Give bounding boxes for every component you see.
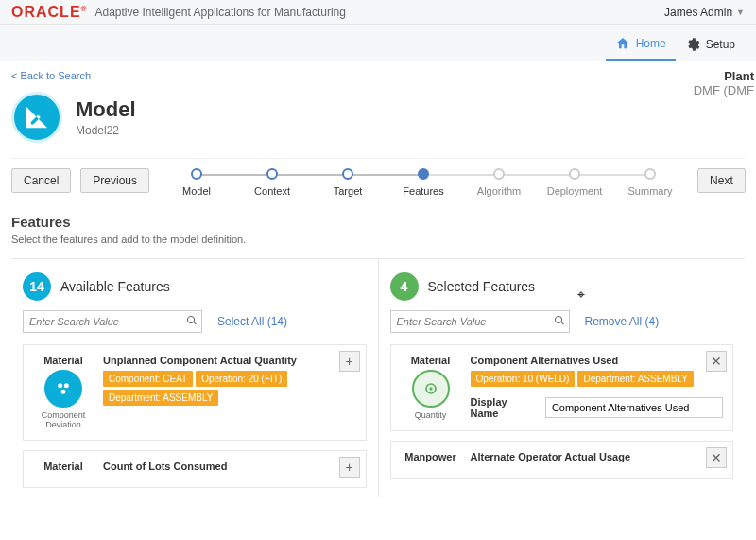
svg-point-4: [429, 387, 432, 390]
user-menu[interactable]: James Admin ▼: [664, 6, 745, 19]
svg-point-2: [61, 390, 66, 394]
model-subtitle: Model22: [76, 124, 136, 137]
step-context[interactable]: Context: [234, 168, 310, 197]
card-title: Count of Lots Consumed: [103, 461, 356, 472]
display-name-input[interactable]: [545, 397, 723, 418]
step-model[interactable]: Model: [159, 168, 234, 197]
select-all-link[interactable]: Select All (14): [217, 315, 287, 328]
card-category: Material: [33, 355, 94, 366]
search-icon[interactable]: [554, 315, 565, 329]
nav-bar: Home Setup: [0, 25, 756, 61]
card-title: Component Alternatives Used: [471, 355, 724, 366]
available-column: 14 Available Features Select All (14) +: [11, 259, 378, 497]
step-algorithm[interactable]: Algorithm: [461, 168, 537, 197]
caret-down-icon: ▼: [736, 8, 745, 17]
selected-card: ✕ Manpower Alternate Operator Actual Usa…: [390, 441, 734, 479]
previous-button[interactable]: Previous: [80, 168, 149, 193]
selected-column: 4 Selected Features Remove All (4) ✕: [378, 259, 746, 497]
component-deviation-icon: [44, 370, 82, 408]
card-icon-sub: Component Deviation: [33, 411, 94, 430]
remove-all-link[interactable]: Remove All (4): [585, 315, 660, 328]
plant-value: DMF (DMF: [694, 83, 754, 97]
add-button[interactable]: +: [339, 351, 360, 372]
selected-search[interactable]: [390, 310, 570, 333]
card-icon-sub: Quantity: [401, 411, 461, 421]
step-target[interactable]: Target: [310, 168, 386, 197]
model-title: Model: [76, 97, 136, 122]
page: < Back to Search Plant DMF (DMF Model Mo…: [0, 61, 756, 505]
tag: Operation: 10 (WELD): [471, 371, 576, 387]
add-button[interactable]: +: [339, 457, 360, 478]
features-columns: 14 Available Features Select All (14) +: [11, 258, 745, 497]
section-title: Features: [11, 214, 745, 230]
nav-home[interactable]: Home: [606, 30, 676, 61]
available-card: + Material Count of Lots Consumed: [23, 450, 367, 488]
tag: Department: ASSEMBLY: [103, 390, 218, 406]
display-name-label: Display Name: [471, 396, 538, 419]
remove-button[interactable]: ✕: [706, 447, 727, 468]
nav-home-label: Home: [636, 37, 666, 50]
model-icon: [11, 92, 62, 143]
plant-label: Plant: [694, 69, 754, 83]
card-title: Unplanned Component Actual Quantity: [103, 355, 356, 366]
search-icon[interactable]: [186, 315, 198, 329]
card-category: Material: [33, 461, 94, 472]
app-title: Adaptive Intelligent Applications for Ma…: [94, 6, 346, 19]
tag: Component: CEAT: [103, 371, 193, 387]
step-summary[interactable]: Summary: [612, 168, 688, 197]
tag: Department: ASSEMBLY: [577, 371, 693, 387]
home-icon: [615, 36, 630, 51]
selected-count-badge: 4: [390, 272, 419, 301]
card-tags: Component: CEAT Operation: 20 (FIT) Depa…: [103, 371, 356, 406]
available-search[interactable]: [23, 310, 202, 333]
selected-title: Selected Features: [428, 279, 536, 294]
available-card: + Material Component Deviation Unplanned…: [23, 344, 367, 441]
selected-card: ✕ Material Quantity Component Alternativ…: [390, 344, 734, 431]
gear-icon: [685, 37, 700, 52]
back-to-search-link[interactable]: < Back to Search: [11, 70, 91, 81]
nav-setup[interactable]: Setup: [676, 30, 745, 61]
brand-logo: ORACLE®: [11, 4, 87, 21]
stepper: Model Context Target Features Algorithm …: [159, 168, 688, 197]
model-header: Model Model22: [11, 92, 745, 143]
card-tags: Operation: 10 (WELD) Department: ASSEMBL…: [471, 371, 724, 387]
top-bar: ORACLE® Adaptive Intelligent Application…: [0, 0, 756, 25]
card-category: Manpower: [401, 451, 461, 462]
next-button[interactable]: Next: [697, 168, 746, 193]
step-deployment[interactable]: Deployment: [537, 168, 612, 197]
user-name: James Admin: [664, 6, 732, 19]
section-subtitle: Select the features and add to the model…: [11, 234, 745, 245]
cancel-button[interactable]: Cancel: [11, 168, 71, 193]
card-category: Material: [401, 355, 461, 366]
card-title: Alternate Operator Actual Usage: [471, 451, 724, 462]
available-search-input[interactable]: [27, 313, 186, 330]
svg-point-1: [64, 383, 69, 388]
available-title: Available Features: [60, 279, 170, 294]
selected-search-input[interactable]: [395, 313, 554, 330]
quantity-icon: [412, 370, 450, 408]
wizard-row: Cancel Previous Model Context Target Fea…: [11, 158, 745, 197]
remove-button[interactable]: ✕: [706, 351, 727, 372]
features-section: Features Select the features and add to …: [11, 214, 745, 497]
svg-point-0: [58, 383, 62, 388]
step-features[interactable]: Features: [386, 168, 461, 197]
tag: Operation: 20 (FIT): [196, 371, 287, 387]
available-count-badge: 14: [23, 272, 51, 301]
nav-setup-label: Setup: [706, 38, 735, 51]
plant-info: Plant DMF (DMF: [694, 69, 756, 97]
